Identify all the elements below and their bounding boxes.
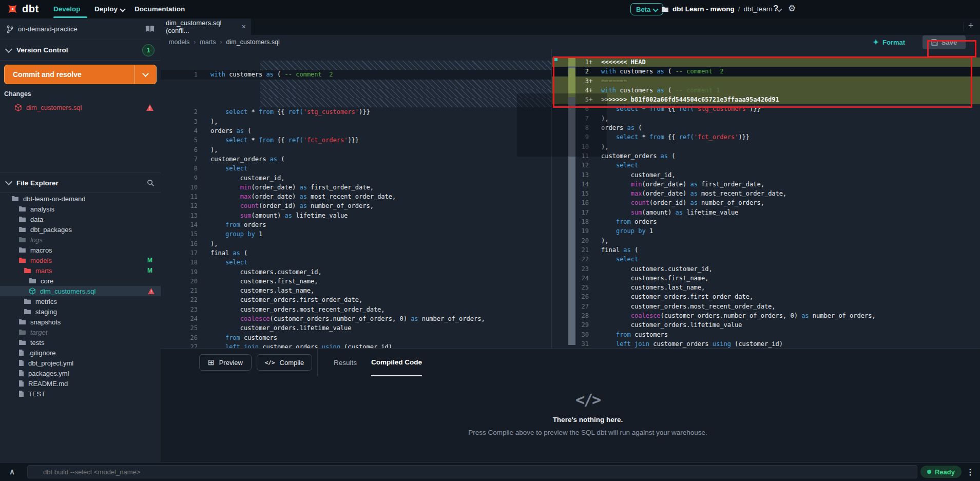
code-line[interactable]: 24 coalesce(customer_orders.number_of_or… (161, 314, 551, 323)
format-button[interactable]: ✦ Format (873, 38, 905, 46)
tree-item-dbt_packages[interactable]: dbt_packages (0, 224, 161, 235)
code-line[interactable]: 1with customers as ( -- comment 2 (161, 70, 551, 79)
code-line[interactable]: 2with customers as ( -- comment 2 (552, 67, 980, 76)
tree-item-metrics[interactable]: metrics (0, 296, 161, 306)
code-line[interactable]: 28 coalesce(customer_orders.number_of_or… (552, 311, 980, 320)
tab-dim-customers[interactable]: dim_customers.sql (confli... × (161, 18, 251, 35)
code-line[interactable]: 7customer_orders as ( (161, 155, 551, 164)
compile-button[interactable]: </> Compile (257, 354, 312, 371)
code-line[interactable]: 17 sum(amount) as lifetime_value (552, 208, 980, 217)
code-pane-merged[interactable]: 1+<<<<<<< HEAD2with customers as ( -- co… (552, 49, 980, 348)
conflict-placeholder-row[interactable] (161, 89, 551, 98)
save-button[interactable]: Save (923, 35, 966, 49)
code-line[interactable]: 25 customers.last_name, (552, 283, 980, 292)
code-line[interactable]: 19 group by 1 (552, 226, 980, 236)
tree-item-.gitignore[interactable]: .gitignore (0, 348, 161, 358)
code-line[interactable]: 23 customer_orders.most_recent_order_dat… (161, 305, 551, 314)
code-line[interactable]: 11 max(order_date) as most_recent_order_… (161, 192, 551, 201)
code-line[interactable]: 3), (161, 117, 551, 126)
code-line[interactable]: 30 from customers (552, 330, 980, 339)
status-badge[interactable]: Ready (920, 466, 962, 478)
code-line[interactable]: 22 customer_orders.first_order_date, (161, 295, 551, 304)
code-line[interactable]: 14 min(order_date) as first_order_date, (552, 180, 980, 189)
tree-item-staging[interactable]: staging (0, 306, 161, 317)
code-line[interactable]: 9 customer_id, (161, 174, 551, 183)
code-line[interactable]: 10), (552, 142, 980, 151)
code-line[interactable]: 18 from orders (552, 217, 980, 226)
code-line[interactable]: 4+with customers as ( -- comment 1 (552, 86, 980, 95)
tree-item-packages.yml[interactable]: packages.yml (0, 368, 161, 378)
code-line[interactable]: 5 select * from {{ ref('fct_orders')}} (161, 136, 551, 145)
code-line[interactable]: 20), (552, 236, 980, 245)
code-line[interactable]: 14 from orders (161, 220, 551, 229)
tree-item-analysis[interactable]: analysis (0, 204, 161, 214)
code-line[interactable]: 13 sum(amount) as lifetime_value (161, 211, 551, 220)
nav-documentation[interactable]: Documentation (134, 0, 185, 18)
breadcrumb-marts[interactable]: marts (200, 39, 216, 46)
breadcrumb-file[interactable]: dim_customers.sql (226, 39, 280, 46)
code-line[interactable]: 22 select (552, 255, 980, 264)
conflict-placeholder-row[interactable] (161, 98, 551, 107)
tree-item-dim_customers.sql[interactable]: dim_customers.sql (0, 286, 161, 296)
code-line[interactable]: 16), (161, 239, 551, 248)
commit-options-dropdown[interactable] (134, 65, 156, 84)
tree-item-TEST[interactable]: TEST (0, 389, 161, 399)
code-line[interactable]: 29 customer_orders.lifetime_value (552, 320, 980, 330)
code-line[interactable]: 2 select * from {{ ref('stg_customers')}… (161, 107, 551, 117)
tree-item-README.md[interactable]: README.md (0, 378, 161, 389)
conflict-placeholder-row[interactable] (161, 80, 551, 89)
code-line[interactable]: 21final as ( (552, 245, 980, 255)
code-line[interactable]: 9 select * from {{ ref('fct_orders')}} (552, 132, 980, 142)
code-line[interactable]: 19 customers.customer_id, (161, 267, 551, 277)
kebab-menu-icon[interactable]: ⋮ (966, 467, 974, 477)
file-explorer-header[interactable]: File Explorer (0, 172, 161, 193)
code-line[interactable]: 1+<<<<<<< HEAD (552, 57, 980, 67)
code-line[interactable]: 21 customers.last_name, (161, 286, 551, 295)
tree-item-core[interactable]: core (0, 276, 161, 286)
gear-icon[interactable]: ⚙ (788, 3, 796, 14)
tree-item-dbt-learn-on-demand[interactable]: dbt-learn-on-demand (0, 194, 161, 204)
code-line[interactable]: 15 group by 1 (161, 229, 551, 239)
tab-results[interactable]: Results (334, 349, 357, 376)
branch-selector[interactable]: on-demand-practice (0, 18, 161, 40)
code-line[interactable]: 12 select (552, 161, 980, 170)
close-icon[interactable]: × (242, 23, 246, 31)
code-line[interactable]: 13 customer_id, (552, 170, 980, 180)
code-line[interactable]: 18 select (161, 258, 551, 267)
tree-item-macros[interactable]: macros (0, 245, 161, 255)
tree-item-marts[interactable]: martsM (0, 265, 161, 276)
version-control-header[interactable]: Version Control 1 (0, 40, 161, 61)
code-line[interactable]: 23 customers.customer_id, (552, 264, 980, 274)
changed-file-item[interactable]: dim_customers.sql (0, 102, 161, 113)
code-line[interactable]: 26 from customers (161, 333, 551, 342)
tree-item-data[interactable]: data (0, 214, 161, 224)
tree-item-tests[interactable]: tests (0, 337, 161, 348)
code-line[interactable]: 8orders as ( (552, 123, 980, 132)
code-line[interactable]: 15 max(order_date) as most_recent_order_… (552, 189, 980, 198)
nav-develop[interactable]: Develop (53, 0, 81, 18)
code-line[interactable]: 17final as ( (161, 248, 551, 258)
code-line[interactable]: 27 customer_orders.most_recent_order_dat… (552, 302, 980, 311)
code-line[interactable]: 11customer_orders as ( (552, 151, 980, 161)
tree-item-snapshots[interactable]: snapshots (0, 317, 161, 327)
nav-deploy[interactable]: Deploy (94, 0, 125, 18)
beta-badge[interactable]: Beta (630, 3, 663, 15)
code-pane-current[interactable]: 1with customers as ( -- comment 22 selec… (161, 49, 552, 348)
code-line[interactable]: 4orders as ( (161, 126, 551, 136)
chevron-up-icon[interactable]: ∧ (9, 467, 15, 476)
commit-and-resolve-button[interactable]: Commit and resolve (4, 65, 157, 84)
tab-compiled-code[interactable]: Compiled Code (371, 349, 422, 376)
dbt-logo[interactable]: dbt (6, 3, 39, 15)
preview-button[interactable]: ⊞ Preview (199, 354, 252, 371)
tree-item-logs[interactable]: logs (0, 235, 161, 245)
code-line[interactable]: 3+======= (552, 76, 980, 86)
code-line[interactable]: 24 customers.first_name, (552, 274, 980, 283)
tree-item-dbt_project.yml[interactable]: dbt_project.yml (0, 358, 161, 368)
code-line[interactable]: 16 count(order_id) as number_of_orders, (552, 198, 980, 207)
code-line[interactable]: 5+>>>>>>> b81f802a66fd544504c65721e3ffaa… (552, 95, 980, 104)
code-line[interactable]: 6), (161, 145, 551, 155)
tree-item-target[interactable]: target (0, 327, 161, 337)
code-line[interactable]: 26 customer_orders.first_order_date, (552, 292, 980, 301)
conflict-placeholder-row[interactable] (161, 61, 551, 70)
new-tab-button[interactable]: + (968, 21, 974, 31)
